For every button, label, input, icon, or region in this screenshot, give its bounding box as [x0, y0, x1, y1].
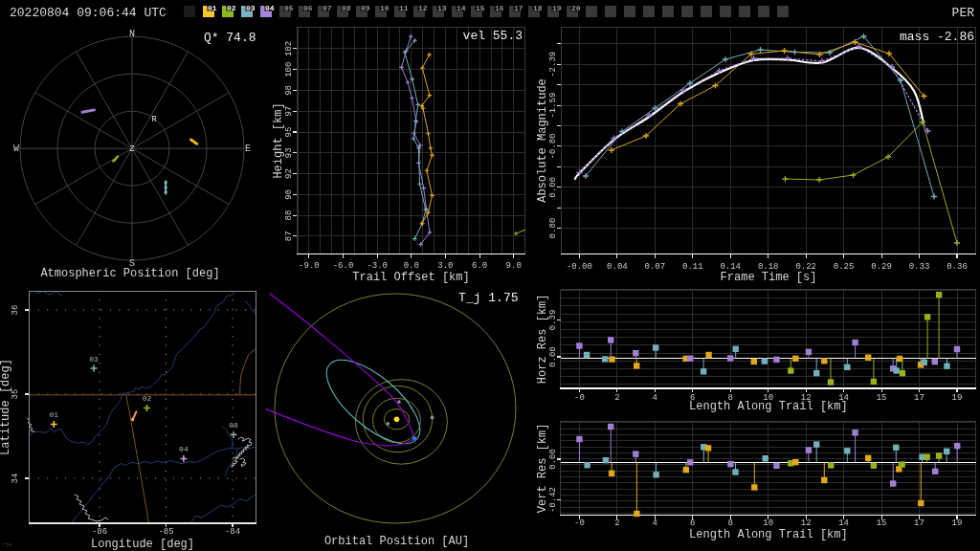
svg-text:N: N — [129, 29, 135, 39]
svg-text:0.00: 0.00 — [548, 346, 558, 367]
svg-text:08: 08 — [229, 421, 238, 430]
svg-text:Length Along Trail [km]: Length Along Trail [km] — [689, 400, 848, 413]
svg-text:rjw: rjw — [3, 542, 11, 548]
svg-text:04: 04 — [179, 445, 189, 453]
svg-text:11: 11 — [399, 4, 409, 12]
svg-text:15: 15 — [877, 393, 887, 403]
svg-text:90: 90 — [284, 189, 294, 200]
svg-text:19: 19 — [952, 518, 963, 528]
svg-text:Height [km]: Height [km] — [272, 102, 285, 178]
svg-text:8: 8 — [727, 518, 732, 528]
svg-text:102: 102 — [284, 41, 294, 56]
svg-text:Orbital Position [AU]: Orbital Position [AU] — [324, 535, 469, 548]
svg-text:12: 12 — [801, 518, 812, 528]
svg-text:88: 88 — [284, 210, 294, 221]
svg-text:-2.39: -2.39 — [548, 52, 558, 77]
svg-text:03: 03 — [246, 4, 256, 12]
svg-text:17: 17 — [914, 518, 924, 528]
svg-text:95: 95 — [284, 127, 294, 138]
svg-text:2: 2 — [614, 518, 619, 528]
svg-text:14: 14 — [457, 4, 466, 12]
svg-text:17: 17 — [514, 4, 523, 12]
svg-text:Length Along Trail [km]: Length Along Trail [km] — [689, 528, 848, 541]
svg-text:0.00: 0.00 — [548, 177, 558, 198]
svg-text:19: 19 — [552, 4, 562, 12]
svg-text:34: 34 — [11, 474, 20, 484]
svg-text:Frame Time [s]: Frame Time [s] — [721, 271, 817, 284]
svg-text:98: 98 — [284, 85, 294, 96]
svg-text:0.11: 0.11 — [682, 262, 703, 272]
svg-text:R: R — [151, 115, 156, 124]
svg-text:16: 16 — [495, 4, 504, 12]
svg-text:0.36: 0.36 — [947, 262, 968, 272]
svg-text:15: 15 — [476, 4, 485, 12]
svg-text:02: 02 — [143, 394, 152, 403]
svg-text:10: 10 — [380, 4, 390, 12]
svg-text:3.0: 3.0 — [437, 261, 453, 271]
svg-text:0.29: 0.29 — [871, 262, 892, 272]
svg-text:Trail Offset [km]: Trail Offset [km] — [352, 271, 469, 284]
svg-text:Atmospheric Position [deg]: Atmospheric Position [deg] — [40, 267, 219, 280]
svg-text:Vert Res [km]: Vert Res [km] — [536, 424, 549, 514]
svg-text:-0: -0 — [574, 518, 585, 528]
svg-text:0.07: 0.07 — [644, 262, 665, 272]
svg-text:Z: Z — [129, 144, 135, 154]
svg-text:-84: -84 — [225, 527, 240, 537]
svg-text:06: 06 — [303, 4, 313, 12]
svg-text:01: 01 — [49, 410, 58, 419]
svg-text:W: W — [13, 143, 19, 154]
svg-text:0.80: 0.80 — [548, 218, 558, 239]
svg-text:-85: -85 — [158, 527, 173, 537]
svg-text:Longitude [deg]: Longitude [deg] — [91, 538, 194, 551]
svg-text:-86: -86 — [92, 527, 107, 537]
svg-text:36: 36 — [11, 305, 20, 316]
svg-text:Absolute Magnitude: Absolute Magnitude — [536, 78, 549, 203]
svg-text:-0.00: -0.00 — [567, 262, 592, 272]
svg-text:07: 07 — [323, 4, 332, 12]
svg-text:15: 15 — [877, 518, 887, 528]
svg-text:-3.0: -3.0 — [367, 261, 388, 271]
svg-text:6.0: 6.0 — [472, 261, 487, 271]
svg-text:-0: -0 — [574, 393, 585, 403]
svg-text:PER: PER — [952, 6, 975, 20]
svg-text:E: E — [245, 143, 251, 154]
svg-text:14: 14 — [838, 518, 849, 528]
svg-text:04: 04 — [265, 4, 275, 12]
svg-text:20: 20 — [571, 4, 581, 12]
svg-text:vel 55.3: vel 55.3 — [463, 29, 523, 43]
svg-text:02: 02 — [227, 4, 236, 12]
svg-text:01: 01 — [208, 4, 217, 12]
svg-text:12: 12 — [418, 4, 428, 12]
svg-text:87: 87 — [284, 231, 294, 241]
svg-text:03: 03 — [89, 355, 99, 364]
svg-text:0.39: 0.39 — [548, 310, 558, 331]
svg-text:9.0: 9.0 — [506, 261, 522, 271]
svg-text:0.00: 0.00 — [548, 449, 558, 470]
svg-text:0.0: 0.0 — [404, 261, 419, 271]
svg-text:4: 4 — [653, 518, 657, 528]
svg-text:100: 100 — [284, 62, 294, 77]
svg-text:6: 6 — [690, 518, 695, 528]
svg-text:-1.59: -1.59 — [548, 93, 558, 119]
svg-text:Q* 74.8: Q* 74.8 — [204, 31, 256, 45]
svg-text:20220804 09:06:44 UTC: 20220804 09:06:44 UTC — [10, 6, 167, 20]
svg-text:2: 2 — [614, 393, 619, 403]
svg-text:-9.0: -9.0 — [299, 261, 320, 271]
svg-text:97: 97 — [284, 106, 294, 117]
svg-text:mass -2.86: mass -2.86 — [900, 30, 974, 44]
svg-text:09: 09 — [361, 4, 370, 12]
svg-text:-0.42: -0.42 — [548, 487, 558, 513]
svg-text:92: 92 — [284, 168, 294, 179]
svg-text:08: 08 — [342, 4, 351, 12]
svg-text:10: 10 — [763, 518, 773, 528]
svg-text:18: 18 — [533, 4, 543, 12]
svg-text:05: 05 — [284, 4, 294, 12]
svg-text:-0.80: -0.80 — [548, 133, 558, 159]
svg-text:0.25: 0.25 — [834, 262, 855, 272]
svg-text:93: 93 — [284, 147, 294, 158]
svg-text:19: 19 — [952, 393, 963, 403]
svg-text:17: 17 — [914, 393, 924, 403]
svg-text:Horz Res [km]: Horz Res [km] — [536, 295, 549, 385]
svg-text:4: 4 — [653, 393, 657, 403]
svg-text:0.33: 0.33 — [909, 262, 930, 272]
